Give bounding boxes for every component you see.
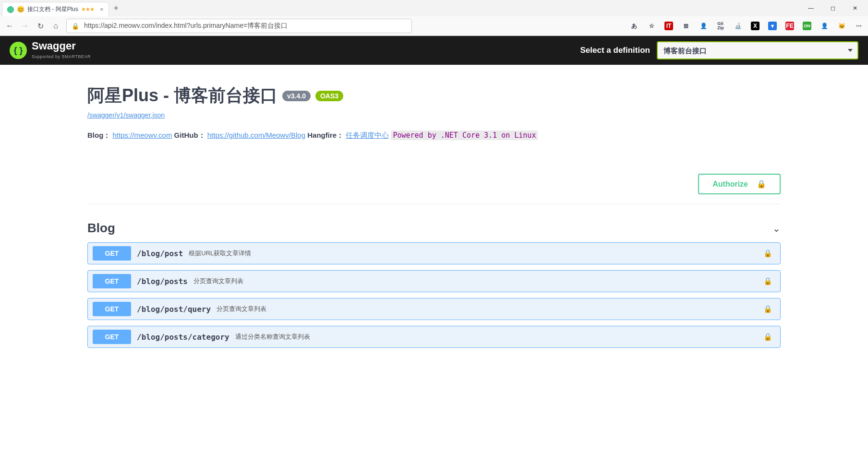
refresh-icon[interactable]: ↻ [36, 22, 45, 31]
hangfire-link[interactable]: 任务调度中心 [346, 131, 389, 139]
nav-bar: ← → ↻ ⌂ 🔒 https://api2.meowv.com/index.h… [0, 16, 868, 36]
browser-chrome: 😊 接口文档 - 阿星Plus ★★★ × + — ◻ ✕ ← → ↻ ⌂ 🔒 … [0, 0, 868, 36]
qr-icon[interactable]: ⊞ [682, 22, 690, 30]
tab-emoji: 😊 [17, 6, 24, 13]
opblock[interactable]: GET /blog/post 根据URL获取文章详情 🔒 [87, 242, 781, 264]
star-icon: ★★★ [81, 6, 94, 12]
logo-text: Swagger [32, 41, 91, 51]
window-controls: — ◻ ✕ [800, 5, 866, 12]
lock-icon[interactable]: 🔒 [763, 249, 775, 258]
extension-icons: あ ☆ IT ⊞ 👤 GitZip 🔬 X ▾ FE ON 👤 🐱 ⋯ [630, 22, 863, 30]
lock-icon[interactable]: 🔒 [763, 277, 775, 285]
op-path: /blog/post/query [137, 305, 211, 314]
op-desc: 通过分类名称查询文章列表 [235, 333, 310, 341]
op-path: /blog/posts/category [137, 333, 229, 342]
swagger-json-link[interactable]: /swagger/v1/swagger.json [87, 111, 165, 119]
lock-icon[interactable]: 🔒 [763, 333, 775, 341]
section-separator [87, 204, 781, 204]
tab-favicon [7, 6, 14, 13]
lock-icon: 🔒 [72, 23, 79, 30]
blog-link[interactable]: https://meowv.com [113, 131, 172, 139]
profile-icon[interactable]: 🐱 [837, 22, 846, 30]
method-badge: GET [93, 274, 131, 288]
tab-bar: 😊 接口文档 - 阿星Plus ★★★ × + — ◻ ✕ [0, 0, 868, 16]
tag-header-blog[interactable]: Blog ⌄ [87, 214, 781, 242]
ext-fe-icon[interactable]: FE [785, 22, 794, 30]
method-badge: GET [93, 302, 131, 316]
definition-label: Select a definition [580, 46, 650, 55]
op-path: /blog/posts [137, 277, 188, 286]
tag-name: Blog [87, 221, 115, 236]
more-icon[interactable]: ⋯ [855, 22, 863, 30]
authorize-button[interactable]: Authorize 🔒 [698, 174, 781, 194]
forward-icon[interactable]: → [20, 22, 30, 30]
blog-label: Blog： [87, 131, 110, 139]
opblock[interactable]: GET /blog/posts/category 通过分类名称查询文章列表 🔒 [87, 326, 781, 348]
swagger-topbar: { } Swagger Supported by SMARTBEAR Selec… [0, 36, 868, 65]
hangfire-label: Hangfire： [307, 131, 344, 139]
op-desc: 根据URL获取文章详情 [189, 249, 251, 258]
ext-on-icon[interactable]: ON [803, 22, 811, 30]
swagger-logo-icon: { } [10, 42, 27, 59]
tab-close-icon[interactable]: × [100, 6, 104, 13]
oas-badge: OAS3 [315, 91, 343, 101]
chevron-down-icon: ⌄ [772, 223, 781, 234]
lock-icon: 🔒 [757, 179, 766, 189]
method-badge: GET [93, 246, 131, 261]
browser-tab[interactable]: 😊 接口文档 - 阿星Plus ★★★ × [2, 2, 109, 16]
definition-select[interactable]: 博客前台接口 [657, 41, 858, 59]
home-icon[interactable]: ⌂ [51, 22, 60, 30]
logo-subtext: Supported by SMARTBEAR [32, 54, 91, 59]
ext-x-icon[interactable]: X [751, 22, 760, 30]
authorize-label: Authorize [712, 180, 748, 189]
address-bar[interactable]: 🔒 https://api2.meowv.com/index.html?urls… [66, 19, 412, 33]
operations-list: GET /blog/post 根据URL获取文章详情 🔒 GET /blog/p… [87, 242, 781, 348]
gitzip-icon[interactable]: GitZip [716, 22, 725, 30]
ext-icon-a[interactable]: 👤 [699, 22, 708, 30]
ext-it-icon[interactable]: IT [664, 22, 673, 30]
url-text: https://api2.meowv.com/index.html?urls.p… [84, 22, 288, 30]
tab-title: 接口文档 - 阿星Plus [27, 5, 78, 13]
github-label: GitHub： [174, 131, 205, 139]
ext-icon-c[interactable]: 👤 [820, 22, 829, 30]
version-badge: v3.4.0 [282, 91, 311, 101]
powered-by: Powered by .NET Core 3.1 on Linux [391, 131, 538, 140]
translate-icon[interactable]: あ [630, 22, 639, 30]
ext-icon-b[interactable]: 🔬 [734, 22, 742, 30]
favorite-icon[interactable]: ☆ [647, 22, 656, 30]
opblock[interactable]: GET /blog/post/query 分页查询文章列表 🔒 [87, 298, 781, 320]
new-tab-button[interactable]: + [109, 3, 124, 13]
minimize-icon[interactable]: — [800, 5, 822, 12]
api-title: 阿星Plus - 博客前台接口 [87, 84, 277, 107]
swagger-logo[interactable]: { } Swagger Supported by SMARTBEAR [10, 41, 91, 60]
api-info: 阿星Plus - 博客前台接口 v3.4.0 OAS3 /swagger/v1/… [87, 65, 781, 155]
maximize-icon[interactable]: ◻ [822, 5, 844, 12]
method-badge: GET [93, 330, 131, 344]
back-icon[interactable]: ← [5, 22, 14, 30]
op-path: /blog/post [137, 249, 183, 258]
opblock[interactable]: GET /blog/posts 分页查询文章列表 🔒 [87, 270, 781, 292]
github-link[interactable]: https://github.com/Meowv/Blog [207, 131, 305, 139]
close-icon[interactable]: ✕ [844, 5, 866, 12]
ext-blue-icon[interactable]: ▾ [768, 22, 777, 30]
lock-icon[interactable]: 🔒 [763, 305, 775, 313]
op-desc: 分页查询文章列表 [193, 277, 243, 285]
op-desc: 分页查询文章列表 [217, 305, 266, 313]
